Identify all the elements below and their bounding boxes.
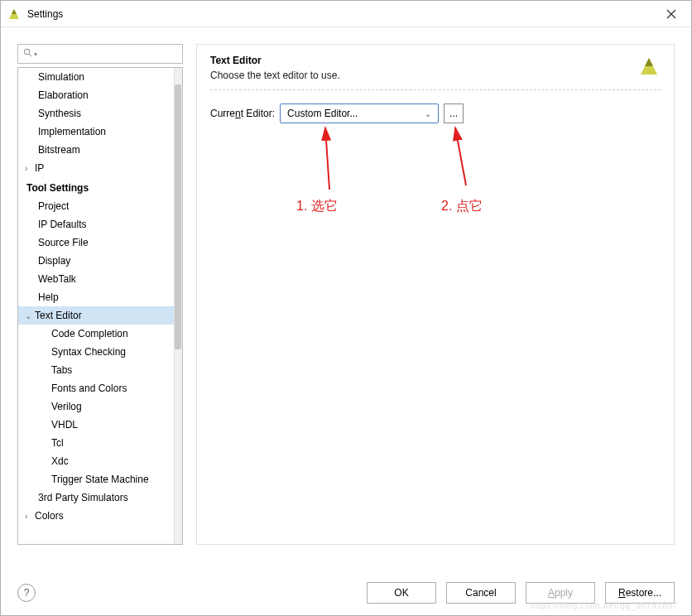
panel-subtitle: Choose the text editor to use. (210, 70, 340, 81)
app-icon (7, 7, 21, 21)
tree-item-code-completion[interactable]: Code Completion (18, 325, 174, 343)
tree-header-tool-settings: Tool Settings (18, 177, 174, 197)
tree-item-source-file[interactable]: Source File (18, 233, 174, 252)
tree-item-ip-defaults[interactable]: IP Defaults (18, 215, 174, 233)
scrollbar-thumb[interactable] (175, 84, 181, 349)
tree-item-fonts-colors[interactable]: Fonts and Colors (18, 379, 174, 397)
tree-item-bitstream[interactable]: Bitstream (18, 141, 174, 159)
tree-item-3rd-party-simulators[interactable]: 3rd Party Simulators (18, 488, 174, 507)
search-icon (23, 48, 32, 60)
tree-item-display[interactable]: Display (18, 252, 174, 270)
svg-marker-7 (645, 58, 653, 66)
current-editor-select[interactable]: Custom Editor... ⌄ (280, 103, 439, 123)
content-header: Text Editor Choose the text editor to us… (210, 55, 661, 81)
watermark: https://blog.csdn.net/qq_38791897 (530, 600, 678, 610)
svg-line-10 (455, 128, 466, 185)
tree-item-synthesis[interactable]: Synthesis (18, 104, 174, 123)
tree-item-text-editor[interactable]: ⌄Text Editor (18, 306, 174, 325)
chevron-down-icon: ⌄ (425, 109, 431, 118)
tree-item-elaboration[interactable]: Elaboration (18, 86, 174, 104)
tree-item-syntax-checking[interactable]: Syntax Checking (18, 343, 174, 361)
tree-item-implementation[interactable]: Implementation (18, 123, 174, 141)
tree-item-project[interactable]: Project (18, 197, 174, 215)
editor-field-row: Current Editor: Custom Editor... ⌄ ... (210, 103, 661, 123)
dialog-body: ▾ Simulation Elaboration Synthesis Imple… (1, 27, 691, 561)
tree-item-ip[interactable]: ›IP (18, 159, 174, 177)
tree-container: Simulation Elaboration Synthesis Impleme… (17, 67, 183, 545)
chevron-right-icon: › (25, 512, 35, 521)
search-dropdown-icon: ▾ (34, 51, 37, 58)
svg-marker-1 (12, 9, 17, 14)
settings-tree: Simulation Elaboration Synthesis Impleme… (18, 68, 182, 525)
tree-item-vhdl[interactable]: VHDL (18, 416, 174, 434)
vendor-logo-icon (637, 55, 661, 78)
annotation-1: 1. 选它 (296, 199, 338, 213)
window-title: Settings (27, 8, 658, 20)
tree-item-verilog[interactable]: Verilog (18, 397, 174, 416)
browse-button[interactable]: ... (444, 103, 464, 123)
left-panel: ▾ Simulation Elaboration Synthesis Imple… (17, 44, 183, 545)
select-value: Custom Editor... (287, 108, 358, 119)
chevron-down-icon: ⌄ (25, 311, 35, 320)
tree-item-tabs[interactable]: Tabs (18, 361, 174, 379)
svg-line-5 (29, 54, 31, 56)
svg-line-9 (325, 128, 329, 190)
cancel-button[interactable]: Cancel (446, 582, 516, 604)
scrollbar-track[interactable] (174, 68, 182, 544)
svg-point-4 (24, 49, 29, 54)
tree-item-colors[interactable]: ›Colors (18, 507, 174, 525)
panel-title: Text Editor (210, 55, 340, 66)
content-panel: Text Editor Choose the text editor to us… (196, 44, 675, 545)
current-editor-label: Current Editor: (210, 108, 275, 119)
tree-item-help[interactable]: Help (18, 288, 174, 306)
chevron-right-icon: › (25, 164, 35, 173)
tree-item-webtalk[interactable]: WebTalk (18, 270, 174, 288)
tree-item-trigger-state-machine[interactable]: Trigger State Machine (18, 470, 174, 488)
tree-item-simulation[interactable]: Simulation (18, 68, 174, 86)
close-button[interactable] (658, 9, 685, 19)
help-button[interactable]: ? (17, 584, 36, 602)
search-input[interactable]: ▾ (17, 44, 183, 64)
tree-item-tcl[interactable]: Tcl (18, 434, 174, 452)
tree-item-xdc[interactable]: Xdc (18, 452, 174, 470)
annotation-2: 2. 点它 (441, 199, 483, 213)
title-bar: Settings (1, 1, 691, 27)
separator (210, 89, 661, 90)
ok-button[interactable]: OK (367, 582, 436, 604)
